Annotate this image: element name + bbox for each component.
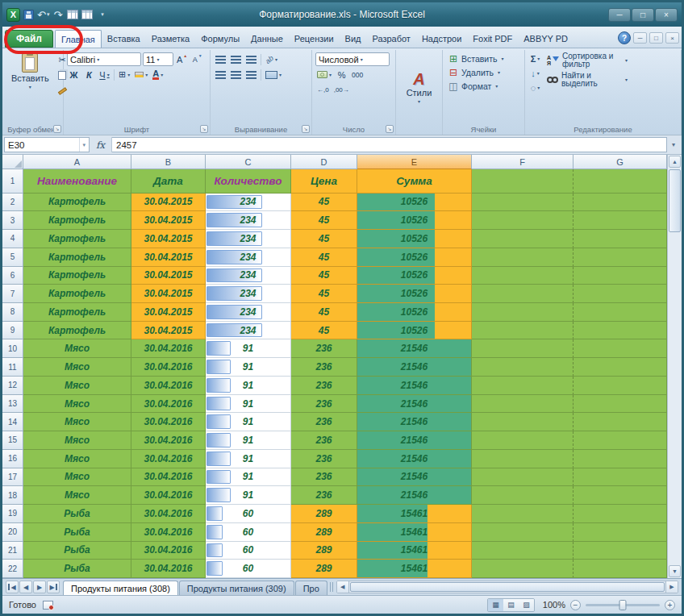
align-middle-button[interactable] (229, 52, 243, 66)
cell-C16[interactable]: 91 (206, 450, 291, 468)
cell-D3[interactable]: 45 (291, 211, 357, 230)
cell-F15[interactable] (472, 431, 573, 450)
cell-B19[interactable]: 30.04.2016 (131, 505, 206, 523)
borders-button[interactable]: ⊞ (117, 68, 131, 81)
cell-E5[interactable]: 10526 (357, 248, 472, 267)
cell-A13[interactable]: Мясо (23, 395, 131, 414)
cell-A10[interactable]: Мясо (23, 339, 131, 358)
cell-F4[interactable] (472, 230, 573, 248)
autosum-button[interactable]: Σ (528, 52, 542, 65)
formula-input[interactable]: 2457 (112, 137, 667, 152)
cell-E18[interactable]: 21546 (357, 486, 472, 505)
orientation-button[interactable]: ab (264, 52, 279, 66)
row-header-20[interactable]: 20 (2, 523, 23, 542)
row-header-1[interactable]: 1 (2, 169, 23, 194)
row-header-9[interactable]: 9 (2, 322, 23, 340)
ribbon-tab-7[interactable]: Вид (340, 30, 367, 48)
macro-record-icon[interactable] (43, 601, 53, 610)
cell-G9[interactable] (573, 322, 667, 340)
cell-G13[interactable] (573, 395, 667, 414)
cell-A1[interactable]: Наименование (23, 169, 131, 194)
align-right-button[interactable] (244, 68, 258, 81)
merge-center-button[interactable] (264, 68, 283, 81)
row-header-3[interactable]: 3 (2, 211, 23, 230)
cell-G12[interactable] (573, 377, 667, 395)
cell-A4[interactable]: Картофель (23, 230, 131, 248)
cell-C17[interactable]: 91 (206, 468, 291, 487)
cell-F2[interactable] (472, 194, 573, 212)
file-tab[interactable]: Файл (5, 30, 53, 48)
cell-A5[interactable]: Картофель (23, 248, 131, 267)
font-name-combo[interactable]: Calibri (67, 52, 141, 66)
cell-B8[interactable]: 30.04.2015 (131, 303, 206, 322)
cell-D12[interactable]: 236 (291, 377, 357, 395)
row-header-19[interactable]: 19 (2, 505, 23, 523)
cell-G16[interactable] (573, 450, 667, 468)
cell-D20[interactable]: 289 (291, 523, 357, 542)
insert-function-button[interactable]: fx (90, 137, 112, 152)
row-header-21[interactable]: 21 (2, 542, 23, 560)
comma-style-button[interactable]: 000 (350, 68, 365, 81)
fill-button[interactable]: ↓ (528, 66, 542, 80)
ribbon-tab-3[interactable]: Разметка (146, 30, 196, 48)
cell-A21[interactable]: Рыба (23, 542, 131, 560)
row-header-10[interactable]: 10 (2, 339, 23, 358)
font-color-button[interactable]: А (151, 68, 165, 81)
cell-G14[interactable] (573, 413, 667, 431)
alignment-dialog-launcher[interactable]: ↘ (302, 125, 310, 133)
column-header-B[interactable]: B (131, 155, 206, 169)
row-header-22[interactable]: 22 (2, 560, 23, 578)
cell-F8[interactable] (472, 303, 573, 322)
align-top-button[interactable] (214, 52, 227, 66)
cell-B15[interactable]: 30.04.2016 (131, 431, 206, 450)
cell-E21[interactable]: 15461 (357, 542, 472, 560)
font-size-combo[interactable]: 11 (143, 52, 173, 66)
row-header-5[interactable]: 5 (2, 248, 23, 267)
row-header-13[interactable]: 13 (2, 395, 23, 414)
cell-F11[interactable] (472, 358, 573, 377)
cell-F19[interactable] (472, 505, 573, 523)
vertical-scroll-thumb[interactable] (669, 169, 681, 232)
cell-E20[interactable]: 15461 (357, 523, 472, 542)
cell-B3[interactable]: 30.04.2015 (131, 211, 206, 230)
cell-B10[interactable]: 30.04.2016 (131, 339, 206, 358)
cell-B17[interactable]: 30.04.2016 (131, 468, 206, 487)
cell-F16[interactable] (472, 450, 573, 468)
find-select-button[interactable]: Найти и выделить (545, 71, 629, 89)
cell-D6[interactable]: 45 (291, 267, 357, 285)
scroll-left-button[interactable]: ◀ (337, 581, 349, 593)
workbook-minimize-button[interactable]: ─ (633, 32, 647, 44)
cell-A3[interactable]: Картофель (23, 211, 131, 230)
clear-button[interactable]: ◌ (528, 81, 542, 94)
cell-A14[interactable]: Мясо (23, 413, 131, 431)
cell-D1[interactable]: Цена (291, 169, 357, 194)
row-header-8[interactable]: 8 (2, 303, 23, 322)
cell-F7[interactable] (472, 285, 573, 303)
cell-A17[interactable]: Мясо (23, 468, 131, 487)
cell-F22[interactable] (472, 560, 573, 578)
sheet-tab-0[interactable]: Продукты питания (308) (63, 581, 178, 595)
cell-F13[interactable] (472, 395, 573, 414)
cell-D19[interactable]: 289 (291, 505, 357, 523)
cell-A15[interactable]: Мясо (23, 431, 131, 450)
cell-A16[interactable]: Мясо (23, 450, 131, 468)
cell-B22[interactable]: 30.04.2016 (131, 560, 206, 578)
cell-E3[interactable]: 10526 (357, 211, 472, 230)
cell-D16[interactable]: 236 (291, 450, 357, 468)
cell-B4[interactable]: 30.04.2015 (131, 230, 206, 248)
cell-A6[interactable]: Картофель (23, 267, 131, 285)
cell-B21[interactable]: 30.04.2016 (131, 542, 206, 560)
cell-C1[interactable]: Количество (206, 169, 291, 194)
styles-button[interactable]: A Стили ▾ (402, 69, 436, 106)
zoom-in-button[interactable]: + (665, 600, 675, 610)
cell-E7[interactable]: 10526 (357, 285, 472, 303)
cell-C3[interactable]: 234 (206, 211, 291, 230)
cell-A18[interactable]: Мясо (23, 486, 131, 505)
ribbon-tab-6[interactable]: Рецензии (289, 30, 340, 48)
cell-D15[interactable]: 236 (291, 431, 357, 450)
cell-F1[interactable] (472, 169, 573, 194)
cell-F9[interactable] (472, 322, 573, 340)
cell-D18[interactable]: 236 (291, 486, 357, 505)
cell-B13[interactable]: 30.04.2016 (131, 395, 206, 414)
cell-E17[interactable]: 21546 (357, 468, 472, 487)
